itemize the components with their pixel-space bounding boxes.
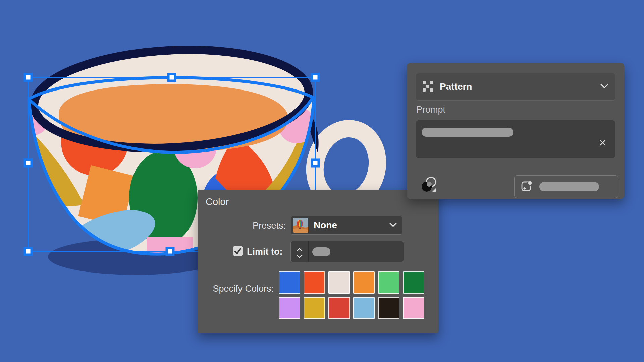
color-swatch[interactable] (304, 297, 325, 319)
color-swatch[interactable] (403, 297, 424, 319)
specify-colors-grid (279, 272, 426, 322)
handle-mid-right[interactable] (312, 160, 319, 166)
blend-circles-icon[interactable] (420, 176, 438, 194)
pattern-grid-icon (423, 81, 433, 93)
color-panel-title: Color (206, 196, 229, 207)
number-stepper (291, 241, 309, 262)
color-swatch[interactable] (403, 272, 424, 294)
handle-mid-left[interactable] (25, 160, 32, 166)
swatch-row-2 (279, 297, 426, 319)
app-root: { "app": { "background_color": "#3E64B4"… (0, 0, 644, 362)
presets-label: Presets: (253, 221, 286, 231)
preset-thumbnail-balloon-photo (293, 218, 308, 233)
color-swatch[interactable] (304, 272, 325, 294)
checkmark-icon (233, 246, 243, 256)
color-panel: Color Presets: None (198, 190, 438, 333)
pattern-title: Pattern (440, 81, 594, 92)
prompt-label: Prompt (416, 105, 445, 115)
specify-colors-label: Specify Colors: (213, 284, 274, 294)
presets-dropdown[interactable]: None (291, 216, 402, 235)
stepper-up-icon[interactable] (297, 247, 303, 250)
pattern-header[interactable]: Pattern (416, 73, 615, 101)
prompt-input[interactable] (416, 120, 615, 158)
handle-top-left[interactable] (25, 74, 32, 81)
color-swatch[interactable] (328, 297, 350, 319)
stepper-down-icon[interactable] (297, 253, 303, 257)
color-swatch[interactable] (353, 297, 375, 319)
limit-to-label: Limit to: (247, 247, 282, 257)
prompt-text-redacted (422, 128, 513, 137)
handle-top-mid[interactable] (168, 74, 175, 81)
color-swatch[interactable] (378, 272, 399, 294)
color-swatch[interactable] (328, 272, 350, 294)
handle-top-right[interactable] (312, 74, 319, 81)
limit-to-checkbox[interactable] (233, 246, 243, 256)
handle-bottom-left[interactable] (25, 248, 32, 255)
limit-value-redacted (312, 247, 330, 256)
color-swatch[interactable] (279, 272, 300, 294)
swatch-row-1 (279, 272, 426, 294)
color-swatch[interactable] (378, 297, 399, 319)
color-swatch[interactable] (279, 297, 300, 319)
generate-label-redacted (539, 182, 599, 191)
chevron-down-icon[interactable] (600, 84, 608, 90)
limit-to-field[interactable] (290, 241, 404, 262)
pattern-panel: Pattern Prompt (407, 63, 624, 199)
generate-button[interactable] (514, 175, 618, 198)
presets-value: None (314, 220, 384, 231)
close-icon[interactable] (599, 139, 606, 146)
handle-bottom-mid[interactable] (167, 248, 173, 255)
color-swatch[interactable] (353, 272, 375, 294)
generate-sparkle-icon (520, 179, 534, 194)
chevron-down-icon (389, 222, 397, 228)
